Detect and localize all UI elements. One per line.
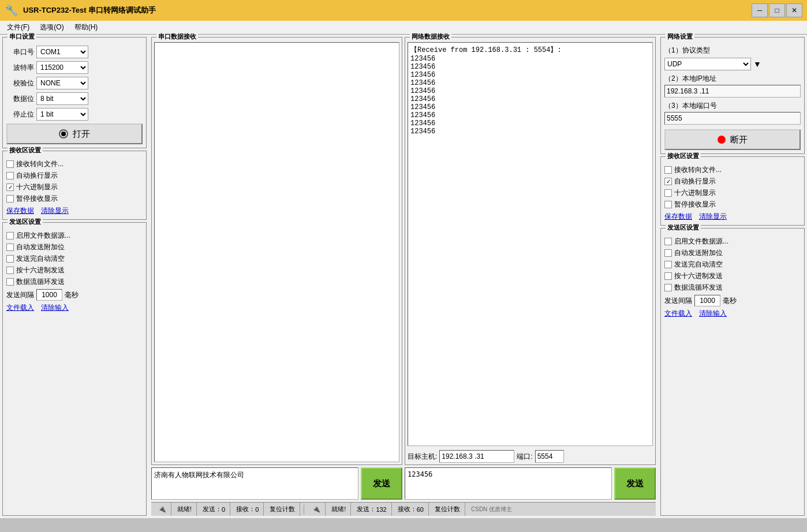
- serial-settings-title: 串口设置: [8, 32, 36, 41]
- close-button[interactable]: ✕: [786, 3, 802, 17]
- net-interval-input[interactable]: [694, 295, 720, 306]
- network-send-input[interactable]: 123456: [405, 467, 612, 500]
- port-label: 串口号: [6, 47, 34, 57]
- net-save-data-link[interactable]: 保存数据: [664, 212, 692, 222]
- status-divider: [304, 505, 304, 514]
- menu-help[interactable]: 帮助(H): [70, 21, 103, 33]
- net-send-label-4: 数据流循环发送: [674, 283, 723, 293]
- net-file-load-link[interactable]: 文件载入: [664, 309, 692, 319]
- status-bar: 🔌 就绪! 发送： 0 接收： 0 复位计数 🔌 就绪! 发送： 132 接收：…: [151, 502, 656, 516]
- serial-recv-opt-label-1: 自动换行显示: [16, 171, 58, 181]
- serial-send-settings-box: 发送区设置 启用文件数据源... 自动发送附加位 发送完自动清空 按十六进制发送…: [2, 222, 147, 516]
- serial-send-label-1: 自动发送附加位: [16, 242, 65, 252]
- net-clear-display-link[interactable]: 清除显示: [699, 212, 727, 222]
- network-reset-count-btn[interactable]: 复位计数: [430, 503, 465, 516]
- watermark: CSDN 优质博主: [466, 503, 517, 516]
- serial-clear-display-link[interactable]: 清除显示: [41, 206, 69, 216]
- net-send-cb-4[interactable]: [664, 284, 672, 291]
- net-interval-label: 发送间隔: [664, 296, 692, 306]
- network-send-button[interactable]: 发送: [614, 467, 656, 500]
- data-bits-select[interactable]: 5 bit6 bit7 bit8 bit: [36, 92, 88, 105]
- serial-recv-opt-0: 接收转向文件...: [6, 159, 143, 169]
- net-send-cb-0[interactable]: [664, 238, 672, 245]
- serial-recv-cb-2[interactable]: [6, 183, 14, 191]
- data-bits-row: 数据位 5 bit6 bit7 bit8 bit: [6, 92, 143, 105]
- serial-recv-opt-2: 十六进制显示: [6, 182, 143, 192]
- parity-row: 校验位 NONEODDEVEN: [6, 77, 143, 89]
- serial-send-cb-4[interactable]: [6, 278, 14, 286]
- net-send-label-0: 启用文件数据源...: [674, 237, 728, 246]
- net-recv-label-2: 十六进制显示: [674, 188, 716, 198]
- serial-recv-opt-label-3: 暂停接收显示: [16, 194, 58, 204]
- parity-label: 校验位: [6, 78, 34, 88]
- serial-interval-input[interactable]: [36, 289, 62, 301]
- serial-settings-box: 串口设置 串口号 COM1COM2COM3 波特率 96001920057600…: [2, 37, 147, 148]
- network-recv-count-label: 接收： 60: [393, 503, 429, 516]
- disconnect-button[interactable]: 断开: [664, 129, 801, 150]
- serial-receive-area[interactable]: [154, 42, 399, 462]
- net-interval-unit: 毫秒: [723, 296, 737, 306]
- target-host-input[interactable]: [439, 450, 514, 463]
- stop-bits-select[interactable]: 1 bit2 bit: [36, 108, 88, 121]
- menu-options[interactable]: 选项(O): [35, 21, 68, 33]
- open-serial-button[interactable]: 打开: [6, 123, 143, 144]
- net-send-cb-1[interactable]: [664, 249, 672, 257]
- right-panel: 网络设置 （1）协议类型 UDPTCP ClientTCP Server ▼ （…: [658, 35, 807, 518]
- parity-select[interactable]: NONEODDEVEN: [36, 77, 88, 89]
- serial-send-input[interactable]: 济南有人物联网技术有限公司: [151, 467, 358, 500]
- serial-recv-cb-1[interactable]: [6, 172, 14, 179]
- minimize-button[interactable]: ─: [752, 3, 768, 17]
- serial-recv-cb-0[interactable]: [6, 160, 14, 168]
- serial-recv-opt-label-2: 十六进制显示: [16, 182, 58, 192]
- serial-reset-count-btn[interactable]: 复位计数: [265, 503, 300, 516]
- data-bits-label: 数据位: [6, 94, 34, 104]
- serial-send-cb-1[interactable]: [6, 243, 14, 251]
- network-data-title: 网络数据接收: [410, 32, 451, 41]
- serial-send-button[interactable]: 发送: [361, 467, 402, 500]
- network-settings-title: 网络设置: [666, 32, 694, 41]
- app-icon: 🔧: [5, 3, 18, 17]
- serial-send-opt-2: 发送完自动清空: [6, 254, 143, 264]
- protocol-label: （1）协议类型: [664, 46, 801, 55]
- local-port-input[interactable]: [664, 112, 801, 125]
- disconnect-btn-label: 断开: [730, 134, 748, 145]
- net-clear-input-link[interactable]: 清除输入: [699, 309, 727, 319]
- main-content: 串口设置 串口号 COM1COM2COM3 波特率 96001920057600…: [0, 35, 807, 518]
- network-data-panel: 网络数据接收 【Receive from 192.168.3.31 : 5554…: [405, 37, 656, 465]
- net-recv-label-3: 暂停接收显示: [674, 200, 716, 209]
- network-status-text: 就绪!: [327, 503, 351, 516]
- serial-recv-cb-3[interactable]: [6, 195, 14, 203]
- net-recv-cb-0[interactable]: [664, 166, 672, 174]
- local-ip-input[interactable]: [664, 85, 801, 98]
- protocol-dropdown-icon: ▼: [753, 59, 761, 69]
- serial-send-title: 发送区设置: [8, 218, 43, 226]
- window-title: USR-TCP232-Test 串口转网络调试助手: [23, 5, 747, 16]
- net-send-cb-2[interactable]: [664, 261, 672, 268]
- target-host-label: 目标主机:: [408, 452, 437, 462]
- serial-send-cb-0[interactable]: [6, 232, 14, 239]
- net-send-label-2: 发送完自动清空: [674, 260, 723, 269]
- serial-send-cb-3[interactable]: [6, 267, 14, 274]
- network-send-count-label: 发送： 132: [352, 503, 391, 516]
- baud-select[interactable]: 96001920057600115200: [36, 61, 88, 74]
- net-recv-cb-1[interactable]: [664, 178, 672, 185]
- network-receive-settings-box: 接收区设置 接收转向文件... 自动换行显示 十六进制显示 暂停接收显示 保存数…: [660, 156, 805, 226]
- net-recv-cb-2[interactable]: [664, 189, 672, 197]
- serial-save-data-link[interactable]: 保存数据: [6, 206, 34, 216]
- serial-receive-settings-box: 接收区设置 接收转向文件... 自动换行显示 十六进制显示 暂停接收显示 保存数…: [2, 151, 147, 220]
- open-btn-label: 打开: [73, 129, 90, 140]
- port-select[interactable]: COM1COM2COM3: [36, 46, 88, 58]
- net-recv-cb-3[interactable]: [664, 201, 672, 208]
- serial-clear-input-link[interactable]: 清除输入: [41, 303, 69, 313]
- serial-send-opt-1: 自动发送附加位: [6, 242, 143, 252]
- protocol-select[interactable]: UDPTCP ClientTCP Server: [664, 58, 751, 70]
- maximize-button[interactable]: □: [769, 3, 785, 17]
- network-receive-area[interactable]: 【Receive from 192.168.3.31 : 5554】:12345…: [408, 42, 653, 446]
- menu-file[interactable]: 文件(F): [2, 21, 34, 33]
- net-send-cb-3[interactable]: [664, 272, 672, 280]
- serial-recv-opt-label-0: 接收转向文件...: [16, 159, 63, 169]
- serial-send-cb-2[interactable]: [6, 255, 14, 263]
- target-port-input[interactable]: [535, 450, 564, 463]
- serial-file-load-link[interactable]: 文件载入: [6, 303, 34, 313]
- network-settings-box: 网络设置 （1）协议类型 UDPTCP ClientTCP Server ▼ （…: [660, 37, 805, 154]
